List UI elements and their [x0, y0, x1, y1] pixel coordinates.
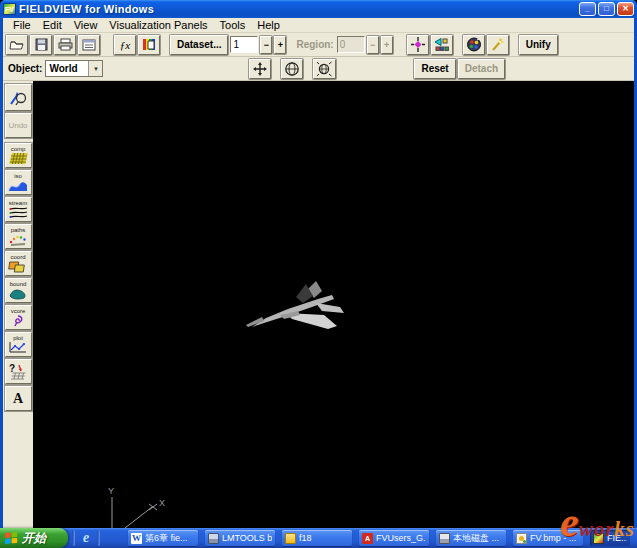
globe-icon — [284, 61, 300, 77]
task-label: FIE... — [607, 533, 627, 543]
object-label: Object: — [8, 63, 42, 74]
print-button[interactable] — [54, 35, 76, 55]
computational-surface-button[interactable]: comp — [5, 143, 32, 168]
dataset-button[interactable]: Dataset... — [170, 35, 228, 55]
region-label: Region: — [296, 39, 333, 50]
task-button-pdf[interactable]: A FVUsers_G... — [359, 530, 429, 546]
menu-view[interactable]: View — [68, 19, 104, 31]
region-decrement-button[interactable]: − — [367, 36, 379, 54]
printer-icon — [58, 38, 73, 51]
region-number-input[interactable] — [337, 36, 365, 53]
probe-question-icon: ? — [7, 363, 29, 381]
magic-wand-icon — [490, 37, 505, 52]
particle-paths-button[interactable]: paths — [5, 224, 32, 249]
main-area: Undo comp iso stream — [3, 81, 634, 528]
unify-button[interactable]: Unify — [519, 35, 558, 55]
ie-quick-launch-icon[interactable]: e — [79, 531, 93, 545]
coordinate-surface-button[interactable]: coord — [5, 251, 32, 276]
rainbow-path-icon — [8, 233, 28, 246]
streamlines-button[interactable]: stream — [5, 197, 32, 222]
detach-button[interactable]: Detach — [458, 59, 505, 79]
object-select[interactable]: World ▼ — [45, 60, 103, 77]
region-increment-button[interactable]: + — [381, 36, 393, 54]
aircraft-model[interactable] — [240, 271, 360, 341]
window-chrome: File Edit View Visualization Panels Tool… — [0, 18, 637, 528]
iso-surface-button[interactable]: iso — [5, 170, 32, 195]
menu-help[interactable]: Help — [251, 19, 286, 31]
computer-icon — [208, 533, 219, 544]
task-button-f18-folder[interactable]: f18 — [282, 530, 352, 546]
view-toolbar: Object: World ▼ Reset D — [3, 57, 634, 81]
probe-glyph: ? — [9, 363, 15, 374]
task-label: f18 — [299, 533, 312, 543]
plot-chart-icon — [8, 341, 28, 354]
object-selected-value: World — [46, 63, 88, 74]
pick-wand-button[interactable] — [487, 35, 509, 55]
task-button-local-disk[interactable]: 本地磁盘 ... — [436, 530, 506, 546]
dataset-decrement-button[interactable]: − — [260, 36, 272, 54]
taskbar-divider — [72, 530, 75, 546]
task-button-fieldview[interactable]: FIE... — [590, 530, 630, 546]
rotate-mode-button[interactable] — [281, 59, 303, 79]
reset-view-button[interactable]: Reset — [414, 59, 455, 79]
task-button-lmtools[interactable]: LMTOOLS b... — [205, 530, 275, 546]
save-button[interactable] — [30, 35, 52, 55]
open-button[interactable] — [6, 35, 28, 55]
start-label: 开始 — [22, 530, 46, 547]
window-title: FIELDVIEW for Windows — [19, 3, 577, 15]
axis-indicator: Y X — [73, 398, 203, 528]
pan-mode-button[interactable] — [249, 59, 271, 79]
dataset-number-input[interactable] — [230, 36, 258, 53]
function-formula-button[interactable]: ƒx — [114, 35, 136, 55]
minimize-button[interactable]: _ — [579, 2, 596, 16]
fit-view-button[interactable] — [407, 35, 429, 55]
pick-arrow-icon — [8, 88, 28, 108]
vortex-cores-button[interactable]: vcore — [5, 305, 32, 330]
zoom-globe-icon — [316, 61, 333, 77]
chevron-down-icon[interactable]: ▼ — [88, 61, 102, 76]
viewer-pick-button[interactable] — [5, 84, 32, 111]
menu-visualization-panels[interactable]: Visualization Panels — [103, 19, 213, 31]
title-bar[interactable]: FV FIELDVIEW for Windows _ □ ✕ — [0, 0, 637, 18]
disk-drive-icon — [439, 533, 450, 544]
boundary-surface-button[interactable]: bound — [5, 278, 32, 303]
windows-logo-icon — [5, 532, 18, 545]
desktop-screen: FV FIELDVIEW for Windows _ □ ✕ File Edit… — [0, 0, 637, 548]
probe-query-button[interactable]: ? — [5, 359, 32, 384]
vortex-icon — [8, 314, 28, 327]
task-label: LMTOOLS b... — [222, 533, 272, 543]
maximize-button[interactable]: □ — [598, 2, 615, 16]
start-button[interactable]: 开始 — [0, 528, 68, 548]
sweep-transform-button[interactable] — [431, 35, 453, 55]
menu-edit[interactable]: Edit — [37, 19, 68, 31]
main-toolbar: ƒx Dataset... − + Region: − + — [3, 33, 634, 57]
task-label: FV.bmp - ... — [530, 533, 576, 543]
dataset-increment-button[interactable]: + — [274, 36, 286, 54]
render-viewport[interactable]: Y X — [33, 81, 634, 528]
report-button[interactable] — [78, 35, 100, 55]
xy-plot-button[interactable]: plot — [5, 332, 32, 357]
task-label: 本地磁盘 ... — [453, 532, 499, 545]
fx-icon: ƒx — [120, 39, 130, 51]
zoom-mode-button[interactable] — [313, 59, 336, 79]
menu-file[interactable]: File — [7, 19, 37, 31]
pdf-icon: A — [362, 533, 373, 544]
annotation-button[interactable]: A — [5, 386, 32, 411]
task-button-doc[interactable]: W 第6章 fie... — [128, 530, 198, 546]
colormap-button[interactable] — [138, 35, 160, 55]
menu-tools[interactable]: Tools — [214, 19, 252, 31]
fit-center-icon — [410, 37, 426, 52]
boundary-icon — [8, 287, 28, 300]
tool-sidebar: Undo comp iso stream — [3, 81, 33, 528]
task-button-fv-bmp[interactable]: FV.bmp - ... — [513, 530, 583, 546]
undo-button[interactable]: Undo — [5, 113, 32, 138]
color-wheel-icon — [466, 37, 482, 52]
save-floppy-icon — [35, 38, 48, 51]
taskbar: 开始 e W 第6章 fie... LMTOOLS b... f18 A FVU… — [0, 528, 637, 548]
menu-bar: File Edit View Visualization Panels Tool… — [3, 18, 634, 33]
undo-label: Undo — [8, 123, 27, 129]
fieldview-window: FV FIELDVIEW for Windows _ □ ✕ File Edit… — [0, 0, 637, 528]
colormap-icon — [142, 38, 156, 51]
close-button[interactable]: ✕ — [617, 2, 634, 16]
color-wheel-button[interactable] — [463, 35, 485, 55]
